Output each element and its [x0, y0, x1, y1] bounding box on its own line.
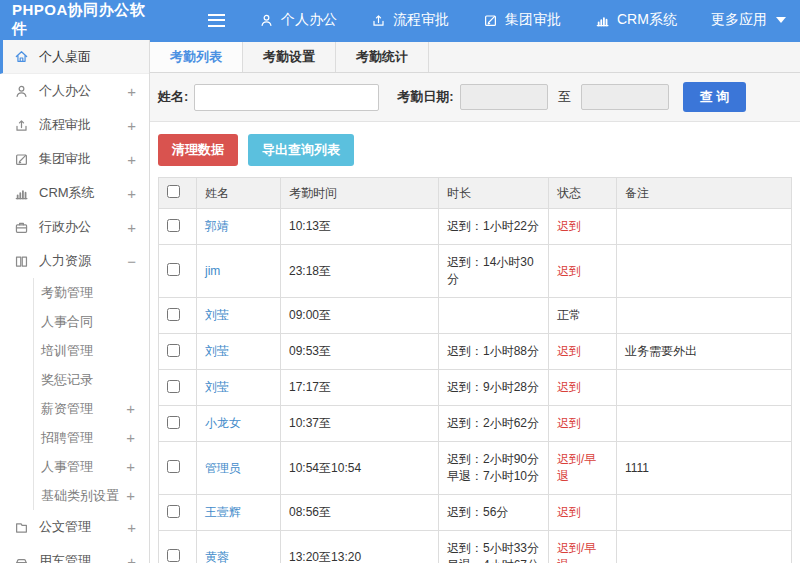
sidebar-item-label: 培训管理 — [41, 342, 93, 360]
tab-3[interactable]: 考勤统计 — [336, 42, 429, 72]
sidebar-item[interactable]: 用车管理+ — [0, 544, 149, 563]
select-all-checkbox[interactable] — [167, 185, 180, 198]
employee-name-link[interactable]: 王壹辉 — [205, 505, 241, 519]
expand-icon[interactable]: + — [127, 520, 136, 535]
row-checkbox[interactable] — [167, 219, 180, 232]
topnav-item[interactable]: CRM系统 — [595, 11, 677, 29]
row-checkbox[interactable] — [167, 549, 180, 562]
row-checkbox[interactable] — [167, 460, 180, 473]
status-cell: 迟到 — [549, 334, 617, 370]
duration-cell: 迟到：5小时33分 早退：4小时67分 — [439, 531, 549, 563]
expand-icon[interactable]: + — [126, 488, 135, 503]
status-cell: 迟到/早退 — [549, 531, 617, 563]
sidebar-item[interactable]: 人力资源− — [0, 244, 149, 278]
sidebar-item[interactable]: 行政办公+ — [0, 210, 149, 244]
topnav-item[interactable]: 个人办公 — [259, 11, 337, 29]
employee-name-link[interactable]: 小龙女 — [205, 416, 241, 430]
date-to-label: 至 — [558, 88, 571, 106]
row-checkbox[interactable] — [167, 308, 180, 321]
user-icon — [14, 84, 29, 99]
status-badge: 迟到 — [557, 264, 581, 278]
edit-icon — [483, 13, 498, 28]
employee-name-link[interactable]: jim — [205, 264, 220, 278]
row-checkbox-cell — [159, 209, 197, 245]
expand-icon[interactable]: + — [127, 220, 136, 235]
tab-1[interactable]: 考勤列表 — [150, 42, 243, 72]
sidebar-item-label: 人力资源 — [39, 252, 91, 270]
topnav-item[interactable]: 更多应用 — [711, 11, 786, 29]
menu-toggle-icon[interactable] — [208, 14, 225, 27]
remark-cell — [617, 209, 792, 245]
expand-icon[interactable]: + — [126, 430, 135, 445]
sidebar-subitem[interactable]: 薪资管理+ — [33, 394, 149, 423]
sidebar-item[interactable]: 个人办公+ — [0, 74, 149, 108]
row-checkbox[interactable] — [167, 380, 180, 393]
edit-icon — [14, 152, 29, 167]
sidebar-item[interactable]: 集团审批+ — [0, 142, 149, 176]
expand-icon[interactable]: + — [127, 152, 136, 167]
employee-name-link[interactable]: 郭靖 — [205, 219, 229, 233]
sidebar-item-label: 用车管理 — [39, 552, 91, 563]
sidebar-subitem[interactable]: 人事合同 — [33, 307, 149, 336]
duration-cell: 迟到：2小时90分 早退：7小时10分 — [439, 442, 549, 495]
sidebar-item[interactable]: 个人桌面 — [0, 40, 149, 74]
sidebar-item-label: 考勤管理 — [41, 284, 93, 302]
employee-name-link[interactable]: 刘莹 — [205, 344, 229, 358]
topnav-item[interactable]: 流程审批 — [371, 11, 449, 29]
user-icon — [259, 13, 274, 28]
sidebar-subitem[interactable]: 人事管理+ — [33, 452, 149, 481]
briefcase-icon — [14, 220, 29, 235]
row-checkbox[interactable] — [167, 505, 180, 518]
date-to-input[interactable] — [581, 84, 669, 110]
sidebar-subitem[interactable]: 培训管理 — [33, 336, 149, 365]
sidebar-subitem[interactable]: 基础类别设置+ — [33, 481, 149, 510]
sidebar-item[interactable]: 流程审批+ — [0, 108, 149, 142]
sidebar-item-label: 集团审批 — [39, 150, 91, 168]
sidebar-subitem[interactable]: 考勤管理 — [33, 278, 149, 307]
expand-icon[interactable]: + — [127, 554, 136, 563]
expand-icon[interactable]: + — [127, 118, 136, 133]
search-button[interactable]: 查 询 — [683, 82, 747, 112]
status-cell: 迟到 — [549, 370, 617, 406]
clean-data-button[interactable]: 清理数据 — [158, 134, 238, 166]
tab-2[interactable]: 考勤设置 — [243, 42, 336, 72]
row-checkbox[interactable] — [167, 263, 180, 276]
status-cell: 正常 — [549, 298, 617, 334]
name-cell: 黄蓉 — [197, 531, 281, 563]
expand-icon[interactable]: + — [126, 459, 135, 474]
duration-cell: 迟到：1小时22分 — [439, 209, 549, 245]
date-from-input[interactable] — [460, 84, 548, 110]
time-cell: 13:20至13:20 — [281, 531, 439, 563]
status-badge: 迟到 — [557, 380, 581, 394]
row-checkbox[interactable] — [167, 344, 180, 357]
sidebar-item[interactable]: CRM系统+ — [0, 176, 149, 210]
table-row: 王壹辉08:56至迟到：56分迟到 — [159, 495, 792, 531]
employee-name-link[interactable]: 刘莹 — [205, 308, 229, 322]
table-row: 管理员10:54至10:54迟到：2小时90分 早退：7小时10分迟到/早退11… — [159, 442, 792, 495]
sidebar-subitem[interactable]: 招聘管理+ — [33, 423, 149, 452]
remark-cell — [617, 245, 792, 298]
export-list-button[interactable]: 导出查询列表 — [248, 134, 354, 166]
employee-name-link[interactable]: 刘莹 — [205, 380, 229, 394]
expand-icon[interactable]: + — [127, 186, 136, 201]
name-cell: 王壹辉 — [197, 495, 281, 531]
row-checkbox[interactable] — [167, 416, 180, 429]
expand-icon[interactable]: + — [126, 401, 135, 416]
employee-name-link[interactable]: 黄蓉 — [205, 550, 229, 563]
expand-icon[interactable]: + — [127, 84, 136, 99]
sidebar-item[interactable]: 公文管理+ — [0, 510, 149, 544]
row-checkbox-cell — [159, 370, 197, 406]
top-nav: 个人办公流程审批集团审批CRM系统更多应用 — [259, 11, 786, 29]
date-filter-label: 考勤日期: — [397, 88, 453, 106]
name-filter-input[interactable] — [194, 84, 379, 111]
time-cell: 08:56至 — [281, 495, 439, 531]
file-icon — [14, 520, 29, 535]
sidebar: 个人桌面个人办公+流程审批+集团审批+CRM系统+行政办公+人力资源−考勤管理人… — [0, 40, 150, 563]
collapse-icon[interactable]: − — [127, 254, 136, 269]
sidebar-subitem[interactable]: 奖惩记录 — [33, 365, 149, 394]
attendance-table: 姓名考勤时间时长状态备注 郭靖10:13至迟到：1小时22分迟到jim23:18… — [158, 177, 792, 563]
topnav-item[interactable]: 集团审批 — [483, 11, 561, 29]
select-all-header — [159, 178, 197, 209]
name-filter-label: 姓名: — [158, 88, 188, 106]
employee-name-link[interactable]: 管理员 — [205, 461, 241, 475]
